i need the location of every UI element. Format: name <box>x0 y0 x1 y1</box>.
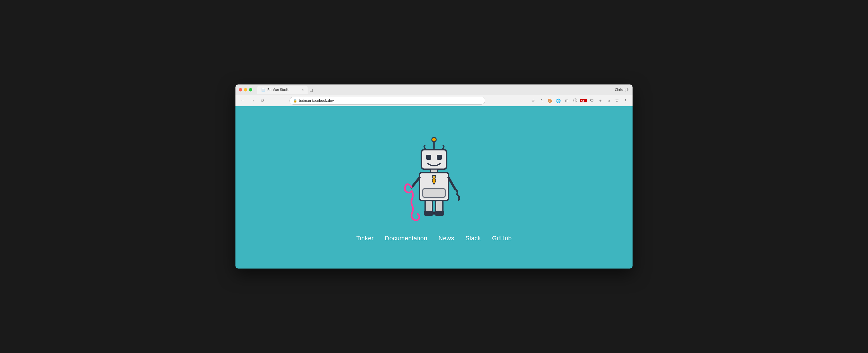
svg-rect-9 <box>423 189 445 197</box>
tab-title: BotMan Studio <box>267 88 289 92</box>
abp-button[interactable]: ABP <box>580 97 587 104</box>
active-tab[interactable]: 📄 BotMan Studio × <box>257 86 308 94</box>
plus-button[interactable]: ＋ <box>597 97 604 104</box>
browser-window: 📄 BotMan Studio × □ Christoph ← → ↺ 🔒 bo… <box>236 85 632 268</box>
address-bar: ← → ↺ 🔒 botman-facebook.dev ☆ f: 🎨 🌐 ⊞ ⓘ… <box>236 95 632 106</box>
svg-line-11 <box>448 178 455 189</box>
main-navigation: Tinker Documentation News Slack GitHub <box>356 235 512 242</box>
menu-button[interactable]: ⋮ <box>622 97 629 104</box>
abp-badge: ABP <box>580 99 587 102</box>
nav-link-slack[interactable]: Slack <box>465 235 481 242</box>
lock-icon: 🔒 <box>293 99 297 102</box>
url-text: botman-facebook.dev <box>299 98 334 102</box>
svg-line-10 <box>412 178 420 187</box>
svg-rect-8 <box>432 175 436 178</box>
nav-link-github[interactable]: GitHub <box>492 235 512 242</box>
arrow-down-button[interactable]: ▽ <box>614 97 621 104</box>
nav-link-documentation[interactable]: Documentation <box>385 235 427 242</box>
robot-illustration <box>395 133 473 224</box>
refresh-button[interactable]: ↺ <box>259 97 266 104</box>
qr-button[interactable]: ⊞ <box>563 97 570 104</box>
color-wheel-button[interactable]: 🎨 <box>547 97 554 104</box>
tab-close-button[interactable]: × <box>302 88 304 91</box>
page-content: Tinker Documentation News Slack GitHub <box>236 106 632 268</box>
forward-button[interactable]: → <box>249 98 257 104</box>
minimize-button[interactable] <box>244 88 247 91</box>
tab-favicon-icon: 📄 <box>261 88 265 92</box>
toolbar-icons: ☆ f: 🎨 🌐 ⊞ ⓘ ABP 🛡 ＋ ○ ▽ ⋮ <box>530 97 629 104</box>
url-bar[interactable]: 🔒 botman-facebook.dev <box>289 97 485 105</box>
circle-button[interactable]: ○ <box>605 97 612 104</box>
close-button[interactable] <box>239 88 242 91</box>
svg-rect-14 <box>424 211 434 216</box>
new-tab-button[interactable]: □ <box>308 87 315 94</box>
back-button[interactable]: ← <box>239 98 247 104</box>
svg-rect-4 <box>437 155 442 160</box>
svg-rect-15 <box>434 211 444 216</box>
nav-link-news[interactable]: News <box>438 235 454 242</box>
svg-rect-13 <box>436 201 443 212</box>
traffic-lights <box>239 88 252 91</box>
nav-link-tinker[interactable]: Tinker <box>356 235 374 242</box>
shield-button[interactable]: 🛡 <box>588 97 596 104</box>
robot-svg <box>395 133 473 223</box>
fx-button[interactable]: f: <box>538 97 545 104</box>
info-button[interactable]: ⓘ <box>571 97 579 104</box>
user-label: Christoph <box>615 88 629 92</box>
globe-button[interactable]: 🌐 <box>555 97 562 104</box>
tab-bar: 📄 BotMan Studio × □ <box>257 86 613 94</box>
title-bar: 📄 BotMan Studio × □ Christoph <box>236 85 632 95</box>
bookmark-star-button[interactable]: ☆ <box>530 97 537 104</box>
svg-rect-12 <box>425 201 432 212</box>
svg-point-1 <box>432 137 436 142</box>
svg-rect-3 <box>426 155 431 160</box>
maximize-button[interactable] <box>249 88 252 91</box>
